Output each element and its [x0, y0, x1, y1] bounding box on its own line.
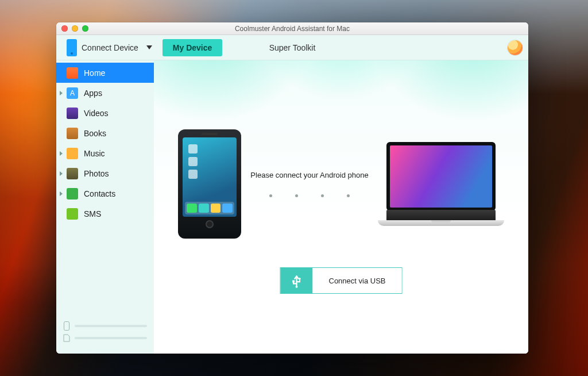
connect-instruction: Please connect your Android phone: [250, 171, 368, 179]
meter-bar: [75, 337, 147, 339]
app-window: Coolmuster Android Assistant for Mac Con…: [56, 22, 528, 354]
sidebar-item-contacts[interactable]: Contacts: [56, 183, 154, 204]
svg-rect-2: [292, 280, 295, 282]
devices-illustration: Please connect your Android phone: [154, 129, 528, 239]
sidebar-item-home[interactable]: Home: [56, 63, 154, 83]
sidebar-item-label: Books: [84, 129, 106, 138]
sidebar-item-label: Contacts: [84, 189, 115, 198]
sms-icon: [67, 208, 78, 220]
connect-device-dropdown[interactable]: Connect Device: [62, 37, 157, 59]
sidebar-item-photos[interactable]: Photos: [56, 163, 154, 183]
sidebar-item-label: Photos: [84, 169, 109, 178]
my-device-button[interactable]: My Device: [163, 39, 222, 56]
minimize-icon[interactable]: [72, 25, 78, 32]
loading-dots-icon: [269, 194, 350, 197]
svg-point-1: [299, 278, 300, 279]
music-icon: [67, 148, 78, 159]
photos-icon: [67, 168, 78, 179]
sidebar-item-label: SMS: [84, 209, 101, 218]
expand-icon: [60, 171, 63, 176]
sdcard-icon: [63, 334, 70, 342]
window-controls: [56, 25, 88, 32]
sdcard-storage-meter: [63, 334, 147, 342]
sidebar-item-videos[interactable]: Videos: [56, 103, 154, 123]
sidebar-item-books[interactable]: Books: [56, 123, 154, 143]
sidebar-item-label: Videos: [84, 109, 109, 118]
sidebar-item-apps[interactable]: A Apps: [56, 83, 154, 103]
sidebar-item-music[interactable]: Music: [56, 143, 154, 163]
mac-laptop-illustration: [378, 142, 504, 226]
books-icon: [67, 128, 78, 139]
svg-rect-0: [64, 322, 69, 331]
window-title: Coolmuster Android Assistant for Mac: [56, 25, 528, 33]
connect-button-label: Connect via USB: [313, 268, 402, 293]
sidebar-item-label: Music: [84, 149, 105, 158]
account-avatar-icon[interactable]: [508, 40, 523, 55]
close-icon[interactable]: [61, 25, 68, 32]
main-content: Please connect your Android phone: [154, 60, 528, 354]
maximize-icon[interactable]: [82, 25, 88, 32]
expand-icon: [60, 151, 63, 156]
sidebar-item-sms[interactable]: SMS: [56, 204, 154, 224]
connection-indicator: Please connect your Android phone: [250, 171, 368, 197]
svg-point-3: [296, 286, 298, 288]
window-titlebar: Coolmuster Android Assistant for Mac: [56, 22, 528, 35]
connect-via-usb-button[interactable]: Connect via USB: [280, 267, 403, 294]
expand-icon: [60, 91, 63, 95]
phone-outline-icon: [63, 321, 70, 331]
phone-icon: [67, 39, 77, 56]
meter-bar: [75, 325, 147, 327]
sidebar-item-label: Home: [84, 68, 105, 78]
expand-icon: [60, 191, 63, 196]
home-icon: [67, 67, 78, 79]
apps-icon: A: [67, 87, 78, 99]
contacts-icon: [67, 188, 78, 199]
sidebar: Home A Apps Videos Books Music: [56, 60, 154, 354]
storage-meters: [56, 312, 154, 354]
app-toolbar: Connect Device My Device Super Toolkit: [56, 35, 528, 60]
android-phone-illustration: [178, 129, 241, 239]
chevron-down-icon: [146, 45, 152, 49]
usb-icon: [281, 268, 313, 293]
connect-device-label: Connect Device: [82, 43, 138, 52]
videos-icon: [67, 108, 78, 119]
phone-storage-meter: [63, 321, 147, 331]
sidebar-item-label: Apps: [84, 89, 102, 98]
